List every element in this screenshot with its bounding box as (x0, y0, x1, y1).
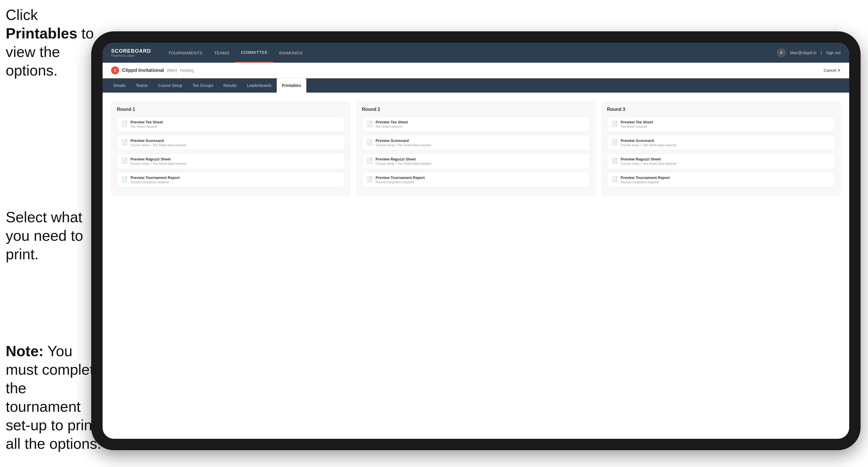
round-2-card-3[interactable]: 📄Preview Raguzzi SheetCourse setup + Tee… (362, 153, 590, 169)
main-content: Round 1📄Preview Tee SheetTee Sheet requi… (102, 93, 849, 439)
rounds-container: Round 1📄Preview Tee SheetTee Sheet requi… (111, 101, 841, 196)
card-title: Preview Tournament Report (130, 176, 180, 180)
round-3-card-4[interactable]: 📄Preview Tournament ReportRound Completi… (607, 172, 835, 187)
cancel-button[interactable]: Cancel ✕ (824, 68, 841, 73)
nav-rankings[interactable]: RANKINGS (274, 43, 308, 63)
user-email: blair@clippd.io (790, 51, 816, 55)
round-2-card-1[interactable]: 📄Preview Tee SheetTee Sheet required (362, 116, 590, 132)
nav-teams[interactable]: TEAMS (208, 43, 235, 63)
card-subtitle: Course setup + Tee Sheet data required (621, 162, 676, 165)
card-title: Preview Tournament Report (621, 176, 670, 180)
round-3-card-2[interactable]: 📄Preview ScorecardCourse setup + Tee She… (607, 135, 835, 150)
tab-bar: Details Teams Course Setup Tee Groups Re… (102, 79, 849, 93)
card-subtitle: Round Completion required (130, 180, 180, 184)
card-subtitle: Course setup + Tee Sheet data required (130, 143, 186, 147)
round-2-column: Round 2📄Preview Tee SheetTee Sheet requi… (356, 101, 596, 196)
tab-leaderboards[interactable]: Leaderboards (242, 79, 277, 93)
tournament-name: Clippd Invitational (122, 67, 164, 73)
card-subtitle: Course setup + Tee Sheet data required (621, 143, 676, 147)
document-icon: 📄 (612, 176, 618, 182)
top-nav: SCOREBOARD Powered by clippd TOURNAMENTS… (102, 43, 849, 63)
nav-links: TOURNAMENTS TEAMS COMMITTEE RANKINGS (162, 43, 777, 63)
tournament-meta: (Men) (167, 68, 177, 73)
tab-course-setup[interactable]: Course Setup (153, 79, 187, 93)
document-icon: 📄 (367, 158, 373, 164)
nav-right: B blair@clippd.io | Sign out (777, 48, 841, 57)
card-subtitle: Course setup + Tee Sheet data required (376, 143, 431, 147)
card-title: Preview Raguzzi Sheet (621, 157, 676, 161)
document-icon: 📄 (367, 139, 373, 145)
tablet-device: SCOREBOARD Powered by clippd TOURNAMENTS… (91, 31, 861, 450)
round-1-card-1[interactable]: 📄Preview Tee SheetTee Sheet required (117, 116, 345, 132)
round-3-card-3[interactable]: 📄Preview Raguzzi SheetCourse setup + Tee… (607, 153, 835, 169)
card-title: Preview Raguzzi Sheet (130, 157, 186, 161)
card-subtitle: Round Completion required (376, 180, 425, 184)
tournament-bar: C Clippd Invitational (Men) Hosting Canc… (102, 63, 849, 79)
round-1-card-3[interactable]: 📄Preview Raguzzi SheetCourse setup + Tee… (117, 153, 345, 169)
tab-teams[interactable]: Teams (131, 79, 153, 93)
logo-powered: Powered by clippd (111, 54, 151, 57)
round-3-title: Round 3 (607, 107, 835, 112)
logo-text: SCOREBOARD (111, 48, 151, 54)
round-3-card-1[interactable]: 📄Preview Tee SheetTee Sheet required (607, 116, 835, 132)
card-subtitle: Tee Sheet required (621, 125, 653, 128)
round-2-title: Round 2 (362, 107, 590, 112)
card-title: Preview Scorecard (376, 138, 431, 143)
card-title: Preview Tournament Report (376, 176, 425, 180)
tab-details[interactable]: Details (108, 79, 131, 93)
tab-results[interactable]: Results (218, 79, 242, 93)
card-title: Preview Tee Sheet (621, 120, 653, 124)
tab-printables[interactable]: Printables (277, 79, 306, 93)
card-subtitle: Round Completion required (621, 180, 670, 184)
document-icon: 📄 (612, 139, 618, 145)
tablet-screen: SCOREBOARD Powered by clippd TOURNAMENTS… (102, 43, 849, 439)
document-icon: 📄 (121, 121, 128, 127)
card-subtitle: Tee Sheet required (130, 125, 163, 128)
document-icon: 📄 (121, 176, 128, 182)
card-title: Preview Raguzzi Sheet (376, 157, 431, 161)
tournament-icon: C (111, 66, 119, 74)
card-subtitle: Course setup + Tee Sheet data required (130, 162, 186, 165)
round-1-card-2[interactable]: 📄Preview ScorecardCourse setup + Tee She… (117, 135, 345, 150)
tournament-status: Hosting (180, 68, 193, 73)
round-2-card-4[interactable]: 📄Preview Tournament ReportRound Completi… (362, 172, 590, 187)
document-icon: 📄 (367, 176, 373, 182)
signout-link[interactable]: Sign out (826, 51, 841, 55)
nav-tournaments[interactable]: TOURNAMENTS (162, 43, 208, 63)
instruction-bottom: Note: You must complete the tournament s… (6, 342, 102, 453)
document-icon: 📄 (121, 139, 128, 145)
card-title: Preview Scorecard (621, 138, 676, 143)
nav-committee[interactable]: COMMITTEE (235, 43, 274, 63)
round-3-column: Round 3📄Preview Tee SheetTee Sheet requi… (601, 101, 841, 196)
round-1-column: Round 1📄Preview Tee SheetTee Sheet requi… (111, 101, 350, 196)
document-icon: 📄 (612, 121, 618, 127)
tab-tee-groups[interactable]: Tee Groups (187, 79, 218, 93)
card-title: Preview Scorecard (130, 138, 186, 143)
note-bold: Note: (6, 343, 43, 359)
user-avatar: B (777, 48, 786, 57)
round-2-card-2[interactable]: 📄Preview ScorecardCourse setup + Tee She… (362, 135, 590, 150)
round-1-title: Round 1 (117, 107, 345, 112)
card-title: Preview Tee Sheet (130, 120, 163, 124)
instruction-middle: Select what you need to print. (6, 208, 102, 263)
card-subtitle: Course setup + Tee Sheet data required (376, 162, 431, 165)
card-title: Preview Tee Sheet (376, 120, 408, 124)
printables-bold: Printables (6, 25, 77, 41)
logo-area: SCOREBOARD Powered by clippd (111, 48, 151, 57)
instruction-top: Click Printables to view the options. (6, 6, 97, 80)
document-icon: 📄 (367, 121, 373, 127)
document-icon: 📄 (121, 158, 128, 164)
round-1-card-4[interactable]: 📄Preview Tournament ReportRound Completi… (117, 172, 345, 187)
document-icon: 📄 (612, 158, 618, 164)
card-subtitle: Tee Sheet required (376, 125, 408, 128)
